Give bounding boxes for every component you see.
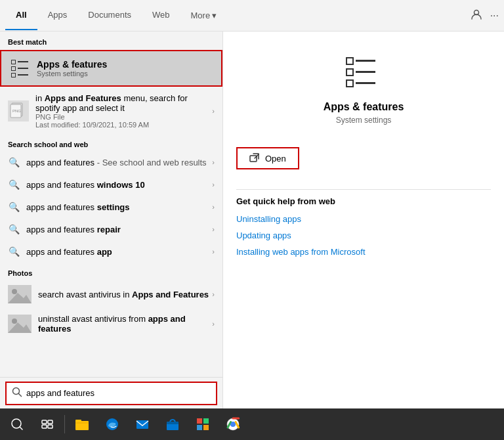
photo-thumb-0 <box>8 285 32 303</box>
top-navigation: All Apps Documents Web More ▾ ··· <box>0 0 504 32</box>
photo-item-1[interactable]: uninstall avast antivirus from apps and … <box>0 309 222 339</box>
web-link-0[interactable]: Uninstalling apps <box>236 214 491 224</box>
user-icon[interactable] <box>471 9 482 23</box>
web-item-0[interactable]: 🔍 apps and features - See school and web… <box>0 151 222 173</box>
svg-rect-22 <box>48 420 52 424</box>
web-link-2[interactable]: Installing web apps from Microsoft <box>236 247 491 257</box>
file-result-info: in Apps and Features menu, search for sp… <box>35 93 209 129</box>
photo-item-text-0: search avast antivirus in Apps and Featu… <box>38 290 209 299</box>
search-box-container <box>0 377 222 408</box>
taskbar-search-btn[interactable] <box>3 410 32 439</box>
school-web-label: Search school and web <box>0 134 222 151</box>
file-result-main: in Apps and Features menu, search for sp… <box>35 93 209 113</box>
svg-rect-16 <box>346 80 353 87</box>
svg-rect-24 <box>48 425 52 428</box>
web-item-text-3: apps and features repair <box>26 225 209 234</box>
web-item-text-4: apps and features app <box>26 247 209 257</box>
taskbar-chrome[interactable] <box>219 410 247 439</box>
photo-item-text-1: uninstall avast antivirus from apps and … <box>38 314 209 334</box>
taskbar-store[interactable] <box>158 410 187 439</box>
chevron-right-icon-3: › <box>212 225 215 233</box>
right-panel: Apps & features System settings Open Get… <box>223 32 504 408</box>
svg-point-37 <box>231 422 236 427</box>
chevron-right-icon-0: › <box>212 158 215 166</box>
quick-help-title: Get quick help from web <box>236 196 491 206</box>
chevron-down-icon: ▾ <box>212 11 217 20</box>
search-input-icon <box>12 387 22 399</box>
chevron-right-icon: › <box>212 107 215 115</box>
web-link-1[interactable]: Updating apps <box>236 231 491 240</box>
file-result-date: Last modified: 10/9/2021, 10:59 AM <box>35 121 209 129</box>
taskbar-mail[interactable] <box>128 410 157 439</box>
web-item-text-0: apps and features - See school and web r… <box>26 158 209 167</box>
svg-rect-14 <box>346 69 353 76</box>
chevron-right-icon-4: › <box>212 248 215 255</box>
photo-item-0[interactable]: search avast antivirus in Apps and Featu… <box>0 280 222 309</box>
search-icon-4: 🔍 <box>8 246 20 257</box>
search-icon-3: 🔍 <box>8 223 20 235</box>
svg-rect-28 <box>136 420 148 429</box>
web-item-text-1: apps and features windows 10 <box>26 180 209 190</box>
divider <box>236 189 491 190</box>
file-thumbnail: PNG <box>8 100 29 121</box>
tab-documents[interactable]: Documents <box>77 1 142 30</box>
photo-thumb-1 <box>8 315 32 333</box>
svg-rect-18 <box>250 156 257 162</box>
photos-label: Photos <box>0 263 222 280</box>
file-result-type: PNG File <box>35 113 209 121</box>
chevron-right-icon-1: › <box>212 181 215 188</box>
open-button[interactable]: Open <box>236 147 299 169</box>
app-icon-large <box>343 51 385 93</box>
svg-rect-15 <box>356 71 375 73</box>
taskbar-tiles[interactable] <box>188 410 217 439</box>
chevron-right-icon-photo-1: › <box>212 320 215 328</box>
taskbar-task-view-btn[interactable] <box>33 410 62 439</box>
svg-rect-17 <box>356 82 375 84</box>
svg-rect-32 <box>203 418 209 424</box>
svg-rect-13 <box>356 60 375 62</box>
svg-rect-33 <box>197 425 202 430</box>
more-options-icon[interactable]: ··· <box>490 10 499 22</box>
svg-rect-21 <box>42 420 47 424</box>
taskbar-file-explorer[interactable] <box>68 410 96 439</box>
open-label: Open <box>265 154 286 164</box>
best-match-text: Apps & features System settings <box>37 59 107 77</box>
tab-all[interactable]: All <box>5 1 37 30</box>
web-item-4[interactable]: 🔍 apps and features app › <box>0 240 222 263</box>
web-item-2[interactable]: 🔍 apps and features settings › <box>0 196 222 218</box>
web-item-1[interactable]: 🔍 apps and features windows 10 › <box>0 173 222 196</box>
svg-rect-26 <box>75 420 81 422</box>
search-icon-1: 🔍 <box>8 179 20 190</box>
search-icon-2: 🔍 <box>8 201 20 213</box>
svg-rect-30 <box>167 422 178 424</box>
svg-line-20 <box>20 427 22 429</box>
best-match-label: Best match <box>0 32 222 49</box>
file-result-item[interactable]: PNG in Apps and Features menu, search fo… <box>0 88 222 134</box>
best-match-item[interactable]: Apps & features System settings <box>0 50 222 87</box>
svg-text:PNG: PNG <box>12 109 21 113</box>
svg-rect-34 <box>203 425 209 430</box>
chevron-right-icon-2: › <box>212 203 215 211</box>
nav-tabs: All Apps Documents Web More ▾ <box>5 1 471 30</box>
svg-point-5 <box>12 289 17 294</box>
svg-rect-12 <box>346 58 353 64</box>
taskbar-separator <box>64 415 65 433</box>
chevron-right-icon-photo-0: › <box>212 290 215 298</box>
app-info: Apps & features System settings <box>236 51 491 125</box>
best-match-subtitle: System settings <box>37 70 107 77</box>
svg-point-8 <box>12 319 17 324</box>
app-title: Apps & features <box>324 101 404 113</box>
search-box-wrapper <box>5 382 217 405</box>
svg-line-11 <box>19 394 22 397</box>
taskbar-edge[interactable] <box>98 410 127 439</box>
search-input[interactable] <box>26 388 211 398</box>
svg-rect-23 <box>42 425 47 428</box>
tab-more[interactable]: More ▾ <box>180 1 228 30</box>
tab-apps[interactable]: Apps <box>37 1 78 30</box>
left-panel: Best match <box>0 32 223 408</box>
tab-web[interactable]: Web <box>142 1 180 30</box>
web-item-3[interactable]: 🔍 apps and features repair › <box>0 218 222 240</box>
apps-features-icon <box>9 58 30 79</box>
best-match-title: Apps & features <box>37 59 107 70</box>
open-icon <box>249 153 260 164</box>
